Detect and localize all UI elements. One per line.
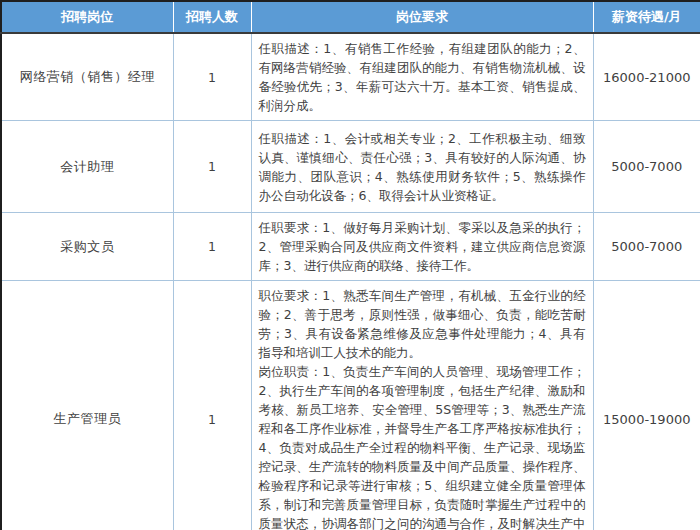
count-cell: 1 — [173, 121, 251, 213]
table-header-row: 招聘岗位 招聘人数 岗位要求 薪资待遇/月 — [1, 1, 700, 33]
salary-cell: 15000-19000 — [593, 281, 700, 530]
salary-cell: 5000-7000 — [593, 121, 700, 213]
position-cell: 网络营销（销售）经理 — [1, 33, 173, 121]
header-count: 招聘人数 — [173, 1, 251, 33]
table-row: 会计助理 1 任职描述：1、会计或相关专业；2、工作积极主动、细致认真、谨慎细心… — [1, 121, 700, 213]
requirements-paragraph: 任职描述：1、会计或相关专业；2、工作积极主动、细致认真、谨慎细心、责任心强；3… — [259, 129, 586, 205]
requirements-paragraph: 岗位职责：1、负责生产车间的人员管理、现场管理工作；2、执行生产车间的各项管理制… — [259, 362, 586, 530]
header-salary: 薪资待遇/月 — [593, 1, 700, 33]
header-requirements: 岗位要求 — [251, 1, 593, 33]
requirements-cell: 任职描述：1、有销售工作经验，有组建团队的能力；2、有网络营销经验、有组建团队的… — [251, 33, 593, 121]
requirements-paragraph: 任职描述：1、有销售工作经验，有组建团队的能力；2、有网络营销经验、有组建团队的… — [259, 39, 586, 115]
count-cell: 1 — [173, 281, 251, 530]
recruitment-table: 招聘岗位 招聘人数 岗位要求 薪资待遇/月 网络营销（销售）经理 1 任职描述：… — [0, 0, 700, 530]
position-cell: 生产管理员 — [1, 281, 173, 530]
header-position: 招聘岗位 — [1, 1, 173, 33]
requirements-cell: 任职要求：1、做好每月采购计划、零采以及急采的执行；2、管理采购合同及供应商文件… — [251, 213, 593, 281]
table-row: 采购文员 1 任职要求：1、做好每月采购计划、零采以及急采的执行；2、管理采购合… — [1, 213, 700, 281]
count-cell: 1 — [173, 33, 251, 121]
requirements-cell: 任职描述：1、会计或相关专业；2、工作积极主动、细致认真、谨慎细心、责任心强；3… — [251, 121, 593, 213]
table-row: 网络营销（销售）经理 1 任职描述：1、有销售工作经验，有组建团队的能力；2、有… — [1, 33, 700, 121]
requirements-paragraph: 职位要求：1、熟悉车间生产管理，有机械、五金行业的经验；2、善于思考，原则性强，… — [259, 286, 586, 362]
table-row: 生产管理员 1 职位要求：1、熟悉车间生产管理，有机械、五金行业的经验；2、善于… — [1, 281, 700, 530]
salary-cell: 5000-7000 — [593, 213, 700, 281]
requirements-cell: 职位要求：1、熟悉车间生产管理，有机械、五金行业的经验；2、善于思考，原则性强，… — [251, 281, 593, 530]
count-cell: 1 — [173, 213, 251, 281]
salary-cell: 16000-21000 — [593, 33, 700, 121]
requirements-paragraph: 任职要求：1、做好每月采购计划、零采以及急采的执行；2、管理采购合同及供应商文件… — [259, 218, 586, 275]
position-cell: 采购文员 — [1, 213, 173, 281]
position-cell: 会计助理 — [1, 121, 173, 213]
